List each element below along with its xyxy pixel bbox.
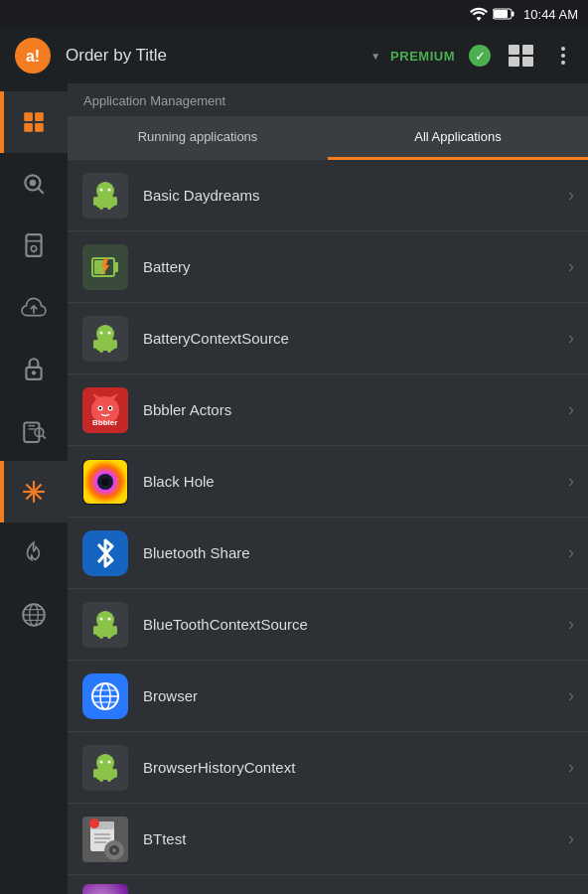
list-item[interactable]: Bubbles ›: [68, 875, 588, 894]
app-name: BatteryContextSource: [143, 330, 568, 347]
svg-rect-13: [35, 112, 44, 121]
sidebar-item-backup[interactable]: [0, 276, 68, 338]
dropdown-arrow: ▼: [370, 51, 380, 62]
svg-rect-52: [107, 203, 111, 210]
app-name: Black Hole: [143, 473, 568, 490]
list-item[interactable]: Bluetooth Share ›: [68, 518, 588, 589]
svg-rect-7: [509, 57, 519, 67]
more-options-icon[interactable]: [552, 45, 574, 67]
app-icon-bluetooth-context: [81, 601, 129, 649]
toolbar-title: Order by Title: [66, 46, 359, 66]
app-icon-battery: [81, 243, 129, 291]
network-icon: i: [21, 602, 47, 628]
svg-point-61: [108, 331, 111, 334]
premium-check-icon: ✓: [469, 45, 491, 67]
sidebar-item-find-device[interactable]: [0, 399, 68, 461]
sidebar-item-scan[interactable]: [0, 153, 68, 215]
app-icon-bttest: [81, 816, 129, 863]
firewall-icon: [21, 540, 47, 566]
chevron-icon: ›: [568, 399, 574, 420]
sidebar-item-network[interactable]: i: [0, 584, 68, 646]
list-item[interactable]: BTtest ›: [68, 804, 588, 875]
svg-rect-8: [522, 57, 533, 67]
app-icon-bubbles: [81, 883, 129, 894]
app-icon-battery-context-source: [81, 315, 129, 363]
app-name: Browser: [143, 687, 568, 704]
sidebar-item-lock[interactable]: [0, 338, 68, 399]
list-item[interactable]: BlueToothContextSource ›: [68, 589, 588, 661]
app-list[interactable]: Basic Daydreams › Battery ›: [68, 160, 588, 894]
svg-rect-120: [113, 856, 116, 860]
svg-rect-5: [509, 45, 519, 55]
list-item[interactable]: Browser ›: [68, 661, 588, 732]
svg-point-21: [31, 246, 36, 251]
sidebar-item-block[interactable]: [0, 215, 68, 276]
app-icon-browser: [81, 672, 129, 720]
app-name: BrowserHistoryContext: [143, 759, 568, 776]
svg-point-45: [100, 188, 103, 191]
chevron-icon: ›: [568, 471, 574, 492]
svg-point-103: [108, 760, 111, 763]
svg-point-60: [100, 331, 103, 334]
app-icon-black-hole: [81, 458, 129, 506]
app-name: Basic Daydreams: [143, 187, 568, 204]
list-item[interactable]: Bbbler Bbbler Actors ›: [68, 374, 588, 446]
app-icon-bbbler: Bbbler: [81, 386, 129, 434]
block-icon: [21, 232, 47, 258]
chevron-icon: ›: [568, 614, 574, 635]
main-layout: i Application Management Running applica…: [0, 83, 588, 894]
chevron-icon: ›: [568, 256, 574, 277]
backup-icon: [21, 294, 47, 320]
svg-point-25: [32, 371, 36, 374]
list-item[interactable]: BatteryContextSource ›: [68, 303, 588, 374]
svg-point-11: [561, 61, 565, 65]
list-item[interactable]: Basic Daydreams ›: [68, 160, 588, 231]
svg-rect-65: [113, 340, 117, 349]
lock-icon: [21, 356, 47, 381]
tab-running-applications[interactable]: Running applications: [68, 116, 328, 160]
pages-icon[interactable]: [509, 45, 534, 67]
svg-rect-64: [93, 340, 97, 349]
status-time: 10:44 AM: [523, 7, 578, 22]
avast-logo-icon: a!: [14, 37, 52, 74]
app-name: Battery: [143, 258, 568, 275]
sidebar: i: [0, 83, 68, 894]
sidebar-item-firewall[interactable]: [0, 522, 68, 584]
app-icon-browser-history: [81, 744, 129, 792]
svg-point-9: [561, 47, 565, 51]
svg-rect-51: [99, 203, 103, 210]
chevron-icon: ›: [568, 542, 574, 563]
svg-rect-1: [512, 12, 514, 17]
svg-point-123: [89, 819, 99, 828]
dashboard-icon: [21, 109, 47, 135]
battery-icon: [493, 8, 514, 20]
svg-point-85: [100, 617, 103, 620]
svg-rect-44: [96, 196, 114, 208]
svg-rect-108: [99, 775, 103, 782]
svg-rect-66: [99, 346, 103, 353]
svg-point-18: [30, 180, 37, 187]
svg-rect-50: [113, 197, 117, 206]
list-item[interactable]: BrowserHistoryContext ›: [68, 732, 588, 804]
svg-rect-122: [120, 848, 124, 851]
find-device-icon: [21, 417, 47, 443]
list-item[interactable]: Black Hole ›: [68, 446, 588, 518]
svg-text:Bbbler: Bbbler: [92, 418, 117, 427]
tab-all-applications[interactable]: All Applications: [328, 116, 588, 160]
svg-point-118: [112, 848, 116, 852]
list-item[interactable]: Battery ›: [68, 231, 588, 303]
svg-text:i: i: [41, 618, 43, 627]
wifi-icon: [470, 7, 488, 21]
sidebar-item-antivirus[interactable]: [0, 461, 68, 522]
svg-rect-49: [93, 197, 97, 206]
chevron-icon: ›: [568, 828, 574, 849]
svg-rect-67: [107, 346, 111, 353]
app-name: Bbbler Actors: [143, 401, 568, 418]
sidebar-item-dashboard[interactable]: [0, 91, 68, 153]
svg-rect-92: [107, 632, 111, 639]
app-name: BlueToothContextSource: [143, 616, 568, 633]
status-bar: 10:44 AM: [0, 0, 588, 28]
svg-point-80: [101, 478, 109, 486]
tab-bar: Running applications All Applications: [68, 116, 588, 160]
svg-line-17: [38, 188, 43, 193]
